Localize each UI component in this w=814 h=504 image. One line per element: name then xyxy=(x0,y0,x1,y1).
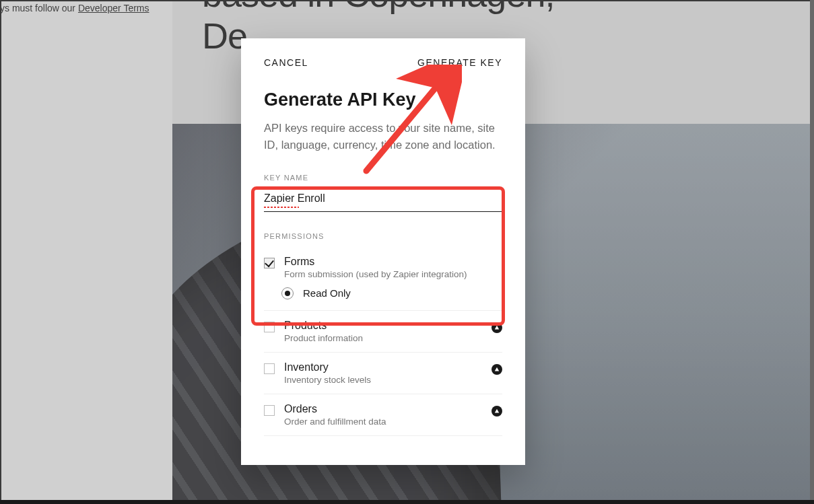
products-text: Products Product information xyxy=(284,320,482,343)
forms-text: Forms Form submission (used by Zapier in… xyxy=(284,256,502,279)
svg-marker-1 xyxy=(495,367,499,371)
sidebar-prefix: ys must follow our xyxy=(0,3,78,13)
forms-sub: Form submission (used by Zapier integrat… xyxy=(284,269,502,279)
frame-border xyxy=(0,0,1,504)
permission-orders[interactable]: Orders Order and fulfillment data xyxy=(264,394,502,436)
inventory-checkbox[interactable] xyxy=(264,363,275,374)
orders-checkbox[interactable] xyxy=(264,405,275,416)
orders-title: Orders xyxy=(284,403,482,415)
products-sub: Product information xyxy=(284,333,482,343)
inventory-sub: Inventory stock levels xyxy=(284,375,482,385)
inventory-text: Inventory Inventory stock levels xyxy=(284,361,482,385)
forms-title: Forms xyxy=(284,256,502,268)
generate-api-key-modal: CANCEL GENERATE KEY Generate API Key API… xyxy=(241,38,525,465)
key-name-field-wrap xyxy=(264,188,502,212)
sidebar-terms-text: ys must follow our Developer Terms xyxy=(0,0,149,16)
permissions-label: PERMISSIONS xyxy=(264,232,502,240)
hero-line1: based in Copenhagen, xyxy=(202,0,554,15)
orders-expand-icon[interactable] xyxy=(491,406,502,417)
svg-marker-0 xyxy=(495,325,499,329)
cancel-button[interactable]: CANCEL xyxy=(264,57,308,68)
key-name-label: KEY NAME xyxy=(264,174,502,182)
permission-products[interactable]: Products Product information xyxy=(264,311,502,353)
read-only-label: Read Only xyxy=(303,287,351,299)
generate-key-button[interactable]: GENERATE KEY xyxy=(417,57,502,68)
permission-inventory[interactable]: Inventory Inventory stock levels xyxy=(264,353,502,394)
orders-text: Orders Order and fulfillment data xyxy=(284,403,482,427)
inventory-expand-icon[interactable] xyxy=(491,364,502,375)
inventory-title: Inventory xyxy=(284,361,482,373)
modal-body: Generate API Key API keys require access… xyxy=(241,77,525,436)
forms-read-only-row[interactable]: Read Only xyxy=(264,283,502,311)
forms-checkbox[interactable] xyxy=(264,258,275,268)
developer-terms-link[interactable]: Developer Terms xyxy=(78,3,149,13)
modal-title: Generate API Key xyxy=(264,89,502,110)
frame-border xyxy=(0,0,814,1)
permissions-list: Forms Form submission (used by Zapier in… xyxy=(264,247,502,436)
read-only-radio[interactable] xyxy=(281,287,294,299)
svg-marker-2 xyxy=(495,408,499,412)
key-name-input[interactable] xyxy=(264,188,502,212)
products-expand-icon[interactable] xyxy=(491,322,502,333)
products-title: Products xyxy=(284,320,482,332)
orders-sub: Order and fulfillment data xyxy=(284,417,482,427)
modal-header: CANCEL GENERATE KEY xyxy=(241,38,525,77)
permission-forms[interactable]: Forms Form submission (used by Zapier in… xyxy=(264,247,502,283)
products-checkbox[interactable] xyxy=(264,322,275,332)
sidebar: ys must follow our Developer Terms xyxy=(0,0,172,504)
frame-border xyxy=(0,500,814,504)
modal-description: API keys require access to your site nam… xyxy=(264,120,502,153)
frame-border xyxy=(810,0,814,504)
